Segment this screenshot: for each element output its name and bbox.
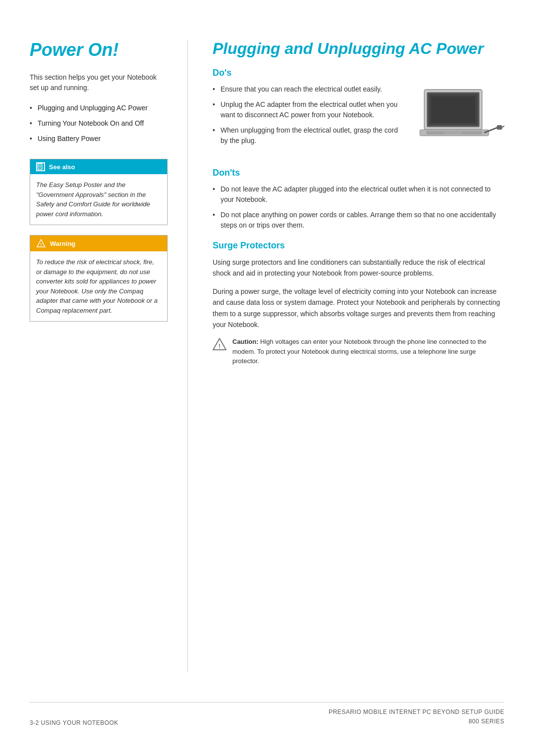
left-column: Power On! This section helps you get you… bbox=[30, 40, 188, 672]
see-also-box: See also The Easy Setup Poster and the "… bbox=[30, 159, 168, 225]
left-bullet-list: Plugging and Unplugging AC Power Turning… bbox=[30, 103, 168, 144]
dos-bullet-area: Ensure that you can reach the electrical… bbox=[213, 84, 504, 158]
list-item: Using Battery Power bbox=[30, 134, 168, 144]
warning-header: ! Warning bbox=[30, 236, 167, 251]
footer-right-line1: Presario Mobile Internet PC Beyond Setup… bbox=[329, 708, 504, 717]
list-item: Plugging and Unplugging AC Power bbox=[30, 103, 168, 113]
caution-label: Caution: bbox=[232, 338, 259, 345]
donts-section: Don'ts Do not leave the AC adapter plugg… bbox=[213, 168, 504, 231]
list-item: Unplug the AC adapter from the electrica… bbox=[213, 99, 405, 120]
surge-para-2: During a power surge, the voltage level … bbox=[213, 286, 504, 331]
footer-left: 3-2 Using Your Notebook bbox=[30, 719, 118, 726]
warning-body: To reduce the risk of electrical shock, … bbox=[30, 251, 167, 321]
laptop-illustration bbox=[415, 84, 504, 150]
see-also-icon bbox=[36, 162, 45, 171]
list-item: Turning Your Notebook On and Off bbox=[30, 118, 168, 129]
dos-heading: Do's bbox=[213, 68, 504, 78]
dos-section: Do's Ensure that you can reach the elect… bbox=[213, 68, 504, 158]
svg-rect-9 bbox=[431, 96, 476, 123]
caution-triangle-icon: ! bbox=[213, 338, 226, 351]
warning-triangle-icon: ! bbox=[37, 239, 45, 248]
svg-text:!: ! bbox=[219, 342, 221, 350]
warning-icon: ! bbox=[36, 238, 46, 248]
footer-right-line2: 800 Series bbox=[329, 717, 504, 726]
see-also-label: See also bbox=[49, 163, 75, 171]
caution-icon: ! bbox=[213, 338, 226, 352]
svg-line-14 bbox=[502, 123, 505, 128]
footer-right: Presario Mobile Internet PC Beyond Setup… bbox=[329, 708, 504, 726]
svg-rect-15 bbox=[445, 132, 462, 135]
caution-body: High voltages can enter your Notebook th… bbox=[232, 338, 487, 365]
content-area: Power On! This section helps you get you… bbox=[30, 40, 504, 672]
list-item: Do not place anything on power cords or … bbox=[213, 210, 504, 231]
surge-heading: Surge Protectors bbox=[213, 240, 504, 251]
left-section-title: Power On! bbox=[30, 40, 168, 60]
surge-para-1: Using surge protectors and line conditio… bbox=[213, 257, 504, 279]
list-item: Ensure that you can reach the electrical… bbox=[213, 84, 405, 94]
caution-box: ! Caution: High voltages can enter your … bbox=[213, 337, 504, 366]
svg-text:!: ! bbox=[41, 242, 42, 247]
warning-label: Warning bbox=[50, 240, 76, 247]
caution-text: Caution: High voltages can enter your No… bbox=[232, 337, 504, 366]
page: Power On! This section helps you get you… bbox=[0, 0, 534, 756]
intro-text: This section helps you get your Notebook… bbox=[30, 72, 168, 93]
surge-section: Surge Protectors Using surge protectors … bbox=[213, 240, 504, 366]
list-item: Do not leave the AC adapter plugged into… bbox=[213, 184, 504, 205]
see-also-header: See also bbox=[30, 159, 167, 174]
warning-box: ! Warning To reduce the risk of electric… bbox=[30, 235, 168, 322]
document-icon bbox=[38, 163, 44, 170]
donts-bullet-list: Do not leave the AC adapter plugged into… bbox=[213, 184, 504, 231]
donts-heading: Don'ts bbox=[213, 168, 504, 178]
list-item: When unplugging from the electrical outl… bbox=[213, 125, 405, 146]
laptop-svg bbox=[415, 84, 504, 148]
see-also-body: The Easy Setup Poster and the "Governmen… bbox=[30, 174, 167, 225]
right-section-title: Plugging and Unplugging AC Power bbox=[213, 40, 504, 58]
right-column: Plugging and Unplugging AC Power Do's En… bbox=[188, 40, 504, 672]
svg-rect-13 bbox=[497, 125, 502, 130]
page-footer: 3-2 Using Your Notebook Presario Mobile … bbox=[30, 702, 504, 726]
dos-bullet-list: Ensure that you can reach the electrical… bbox=[213, 84, 405, 151]
